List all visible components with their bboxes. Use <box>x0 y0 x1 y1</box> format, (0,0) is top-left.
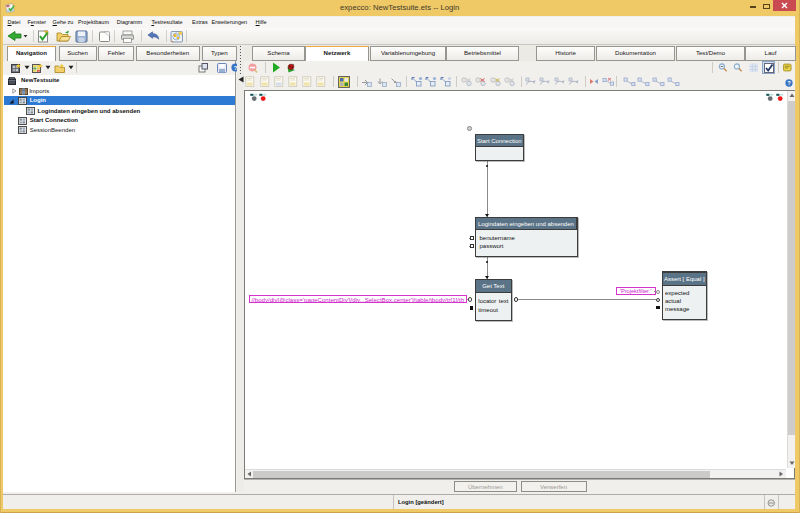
svg-text:?: ? <box>787 80 791 86</box>
